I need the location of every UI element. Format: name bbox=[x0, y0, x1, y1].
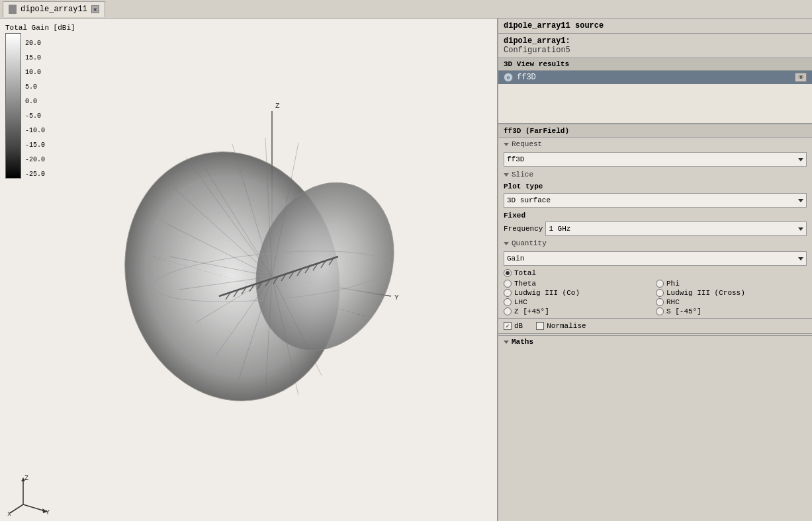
3d-visualization: Z Y bbox=[53, 32, 490, 481]
radio-zplus45[interactable]: Z [+45°] bbox=[504, 307, 654, 315]
legend-value-1: 15.0 bbox=[25, 50, 45, 65]
legend-value-5: -5.0 bbox=[25, 108, 45, 123]
view-results-header: 3D View results bbox=[498, 58, 812, 71]
request-label: Request bbox=[512, 140, 542, 148]
checkbox-row: ✓ dB Normalise bbox=[498, 320, 812, 332]
tab-dipole-array[interactable]: dipole_array11 ✕ bbox=[3, 1, 105, 17]
request-value: ff3D bbox=[507, 155, 524, 163]
radio-total-circle[interactable] bbox=[504, 269, 512, 277]
slice-section-title[interactable]: Slice bbox=[498, 169, 812, 180]
radio-theta-label: Theta bbox=[514, 280, 536, 288]
right-header: dipole_array11 source bbox=[498, 19, 812, 34]
legend-value-0: 20.0 bbox=[25, 36, 45, 50]
divider-1 bbox=[498, 318, 812, 319]
right-panel: dipole_array11 source dipole_array1: Con… bbox=[498, 19, 812, 521]
legend-value-7: -15.0 bbox=[25, 138, 45, 152]
maths-section-title[interactable]: Maths bbox=[498, 335, 812, 348]
coord-svg: Z Y x bbox=[7, 475, 53, 518]
y-axis-label: Y bbox=[394, 294, 399, 301]
slice-expand-icon bbox=[504, 173, 509, 177]
ff3d-icon: ⊙ bbox=[504, 73, 513, 82]
radio-ludwig3cross[interactable]: Ludwig III (Cross) bbox=[656, 289, 807, 297]
maths-expand-icon bbox=[504, 341, 509, 344]
quantity-label: Quantity bbox=[512, 239, 547, 247]
db-label: dB bbox=[514, 322, 523, 330]
legend-value-3: 5.0 bbox=[25, 79, 45, 94]
radio-zplus45-circle[interactable] bbox=[504, 307, 512, 315]
source-config: Configuration5 bbox=[498, 46, 812, 58]
radio-sminus45-label: S [-45°] bbox=[666, 307, 701, 315]
frequency-dropdown[interactable]: 1 GHz bbox=[545, 221, 807, 236]
coordinate-system: Z Y x bbox=[7, 475, 46, 514]
radio-theta[interactable]: Theta bbox=[504, 280, 654, 288]
radio-lhc[interactable]: LHC bbox=[504, 298, 654, 306]
radio-total-label: Total bbox=[514, 269, 536, 277]
radio-ludwig3cross-label: Ludwig III (Cross) bbox=[666, 289, 745, 297]
radio-lhc-label: LHC bbox=[514, 298, 527, 306]
3d-svg: Z Y bbox=[87, 71, 457, 442]
ff3d-label: ff3D bbox=[517, 73, 536, 82]
plot-type-dropdown[interactable]: 3D surface bbox=[504, 193, 807, 208]
z-axis-label: Z bbox=[275, 102, 280, 110]
radio-total[interactable]: Total bbox=[504, 269, 807, 277]
normalise-checkbox[interactable] bbox=[536, 322, 544, 330]
legend-value-6: -10.0 bbox=[25, 123, 45, 138]
tab-label: dipole_array11 bbox=[21, 5, 87, 14]
radio-options-grid: Theta Phi Ludwig III (Co) Ludwig III (Cr… bbox=[498, 278, 812, 317]
radio-ludwig3cross-circle[interactable] bbox=[656, 289, 664, 297]
radio-rhc[interactable]: RHC bbox=[656, 298, 807, 306]
normalise-label: Normalise bbox=[547, 322, 586, 330]
document-icon bbox=[9, 5, 17, 14]
radio-phi-circle[interactable] bbox=[656, 280, 664, 288]
request-dropdown[interactable]: ff3D bbox=[504, 152, 807, 167]
radio-phi-label: Phi bbox=[666, 280, 680, 288]
coord-y: Y bbox=[46, 509, 50, 516]
tab-bar: dipole_array11 ✕ bbox=[0, 0, 812, 19]
legend-value-8: -20.0 bbox=[25, 152, 45, 167]
normalise-checkbox-item[interactable]: Normalise bbox=[536, 322, 586, 330]
request-expand-icon bbox=[504, 143, 509, 146]
gain-dropdown-arrow bbox=[798, 257, 803, 260]
tab-close-button[interactable]: ✕ bbox=[91, 5, 99, 13]
plot-type-value: 3D surface bbox=[507, 196, 551, 204]
right-header-text: dipole_array11 source bbox=[504, 21, 604, 30]
gain-value: Gain bbox=[507, 255, 524, 262]
radio-rhc-circle[interactable] bbox=[656, 298, 664, 306]
plot-type-arrow bbox=[798, 199, 803, 202]
results-list: ⊙ ff3D 👁 bbox=[498, 71, 812, 124]
frequency-arrow bbox=[798, 227, 803, 231]
frequency-label: Frequency bbox=[504, 225, 543, 233]
request-dropdown-row: ff3D bbox=[498, 150, 812, 169]
db-checkbox-item[interactable]: ✓ dB bbox=[504, 322, 523, 330]
eye-icon[interactable]: 👁 bbox=[795, 73, 807, 82]
left-panel: Total Gain [dBi] 20.0 15.0 10.0 5.0 0.0 … bbox=[0, 19, 498, 521]
quantity-expand-icon bbox=[504, 242, 509, 245]
plot-type-label: Plot type bbox=[498, 180, 812, 191]
radio-theta-circle[interactable] bbox=[504, 280, 512, 288]
gain-dropdown[interactable]: Gain bbox=[504, 251, 807, 266]
quantity-section-title[interactable]: Quantity bbox=[498, 237, 812, 249]
radio-ludwig3co[interactable]: Ludwig III (Co) bbox=[504, 289, 654, 297]
radio-total-row: Total bbox=[498, 268, 812, 278]
gain-dropdown-row: Gain bbox=[498, 249, 812, 268]
result-ff3d-item[interactable]: ⊙ ff3D 👁 bbox=[498, 71, 812, 84]
radio-rhc-label: RHC bbox=[666, 298, 680, 306]
radio-lhc-circle[interactable] bbox=[504, 298, 512, 306]
svg-line-40 bbox=[10, 504, 23, 513]
legend-colorbar bbox=[5, 33, 21, 179]
radio-ludwig3co-circle[interactable] bbox=[504, 289, 512, 297]
plot-type-dropdown-row: 3D surface bbox=[498, 191, 812, 210]
main-layout: Total Gain [dBi] 20.0 15.0 10.0 5.0 0.0 … bbox=[0, 19, 812, 521]
request-section-title[interactable]: Request bbox=[498, 138, 812, 150]
legend-labels: 20.0 15.0 10.0 5.0 0.0 -5.0 -10.0 -15.0 … bbox=[25, 36, 45, 181]
coord-z: Z bbox=[24, 475, 28, 482]
request-dropdown-arrow bbox=[798, 158, 803, 161]
coord-x: x bbox=[7, 510, 11, 518]
radio-phi[interactable]: Phi bbox=[656, 280, 807, 288]
db-checkbox[interactable]: ✓ bbox=[504, 322, 512, 330]
radio-zplus45-label: Z [+45°] bbox=[514, 307, 549, 315]
radio-sminus45[interactable]: S [-45°] bbox=[656, 307, 807, 315]
svg-line-38 bbox=[23, 504, 45, 511]
radio-sminus45-circle[interactable] bbox=[656, 307, 664, 315]
legend-value-2: 10.0 bbox=[25, 65, 45, 79]
